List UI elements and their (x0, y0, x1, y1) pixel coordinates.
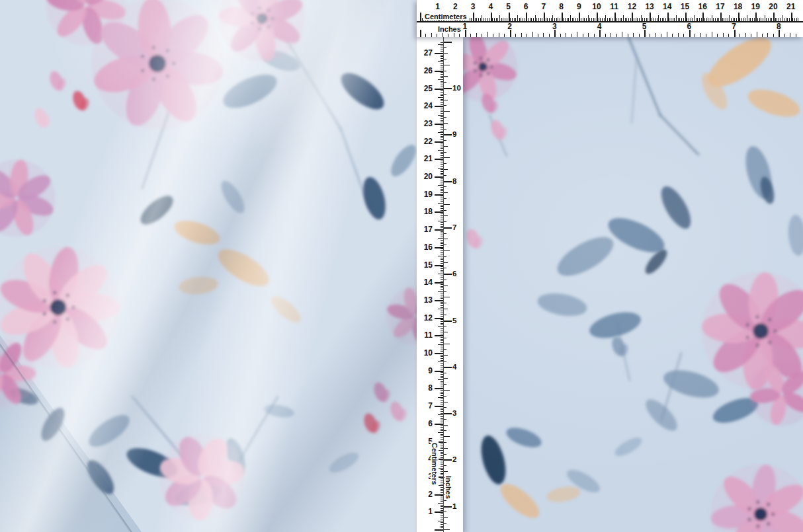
v-inch-tick (444, 384, 446, 385)
v-inch-tick (444, 367, 452, 368)
v-cm-tick (435, 211, 443, 213)
v-inch-tick (444, 332, 448, 332)
h-cm-number: 16 (698, 2, 707, 11)
h-inch-tick (538, 34, 538, 37)
stem-motif (284, 36, 341, 129)
h-inch-tick (639, 34, 640, 37)
v-inch-tick (444, 227, 452, 229)
fabric-flat (463, 37, 803, 532)
v-cm-number: 12 (417, 313, 433, 323)
v-cm-tick (435, 353, 443, 354)
v-inch-number: 1 (452, 502, 463, 511)
bud-motif (372, 381, 392, 403)
v-inch-tick (444, 344, 450, 344)
h-inch-tick (723, 33, 724, 37)
v-inch-number: 5 (452, 316, 463, 325)
v-inch-tick (444, 53, 448, 54)
bud-motif (71, 89, 91, 112)
v-cm-number: 10 (417, 348, 433, 358)
v-inch-tick (444, 402, 448, 402)
h-cm-number: 21 (786, 2, 795, 11)
h-inch-tick (493, 34, 493, 37)
v-inch-tick (444, 303, 446, 303)
bud-motif (388, 400, 408, 422)
leaf-motif (504, 424, 544, 451)
v-inch-tick (444, 186, 446, 187)
v-inch-tick (444, 204, 450, 205)
h-inch-tick (566, 33, 566, 37)
v-inch-tick (444, 326, 446, 326)
leaf-motif (655, 182, 697, 233)
h-cm-number: 6 (524, 2, 528, 11)
v-cm-tick (438, 97, 443, 98)
h-inch-number: 3 (552, 22, 557, 31)
fabric-draped (0, 0, 417, 532)
v-inch-tick (444, 42, 452, 43)
leaf-motif (786, 214, 803, 256)
v-inch-tick (444, 169, 448, 170)
leaf-motif (84, 409, 134, 453)
v-inch-tick (444, 373, 446, 373)
v-inch-tick (444, 419, 446, 420)
h-cm-number: 20 (769, 2, 777, 11)
v-inch-tick (444, 349, 446, 350)
v-inch-tick (444, 338, 446, 338)
h-cm-number: 4 (488, 2, 493, 11)
bud-motif (464, 227, 484, 250)
leaf-motif (267, 292, 304, 327)
h-inch-tick (504, 34, 505, 37)
h-inch-tick (622, 32, 622, 37)
v-inch-number: 10 (452, 83, 463, 93)
v-cm-number: 15 (417, 260, 433, 270)
v-cm-number: 13 (417, 295, 433, 305)
v-inch-tick (444, 210, 446, 211)
leaf-motif (661, 365, 722, 402)
h-inch-tick (712, 32, 712, 37)
h-inch-tick (594, 34, 595, 37)
v-cm-number: 7 (417, 401, 433, 410)
bud-motif (32, 106, 52, 129)
v-cm-tick (435, 406, 443, 407)
leaf-motif (386, 141, 417, 180)
v-inch-tick (444, 245, 446, 245)
h-inch-number: 8 (777, 22, 781, 31)
v-inch-tick (444, 105, 446, 106)
v-inch-tick (444, 396, 446, 397)
h-cm-tick (694, 15, 695, 21)
h-inch-tick (527, 34, 527, 37)
horizontal-ruler-inch-label: Inches (437, 25, 462, 33)
v-cm-tick (435, 318, 443, 319)
v-inch-tick (444, 82, 446, 83)
v-inch-tick (444, 47, 446, 48)
flower-motif (0, 159, 56, 238)
h-inch-tick (650, 34, 650, 37)
h-cm-tick (641, 15, 642, 21)
v-cm-tick (438, 44, 443, 45)
v-inch-tick (444, 321, 452, 322)
v-cm-number: 27 (417, 48, 433, 57)
v-inch-tick (444, 430, 446, 431)
leaf-motif (641, 395, 682, 436)
leaf-motif (536, 290, 589, 320)
v-inch-tick (444, 425, 448, 426)
flower-motif (89, 0, 225, 131)
h-inch-tick (605, 34, 606, 37)
bud-motif (48, 69, 67, 92)
h-inch-tick (431, 33, 432, 37)
v-cm-number: 1 (417, 507, 433, 516)
v-inch-tick (444, 256, 446, 257)
h-inch-tick (448, 34, 448, 37)
v-cm-tick (438, 414, 443, 415)
h-cm-tick (499, 15, 500, 21)
v-inch-tick (444, 512, 446, 512)
h-cm-number: 9 (577, 2, 581, 11)
h-inch-tick (796, 34, 796, 37)
leaf-motif (212, 242, 275, 293)
v-cm-number: 11 (417, 330, 433, 340)
v-cm-tick (435, 89, 443, 90)
v-inch-tick (444, 198, 446, 199)
v-inch-tick (444, 361, 446, 361)
h-cm-number: 10 (592, 2, 601, 11)
h-inch-tick (695, 34, 695, 37)
v-cm-tick (435, 176, 443, 178)
